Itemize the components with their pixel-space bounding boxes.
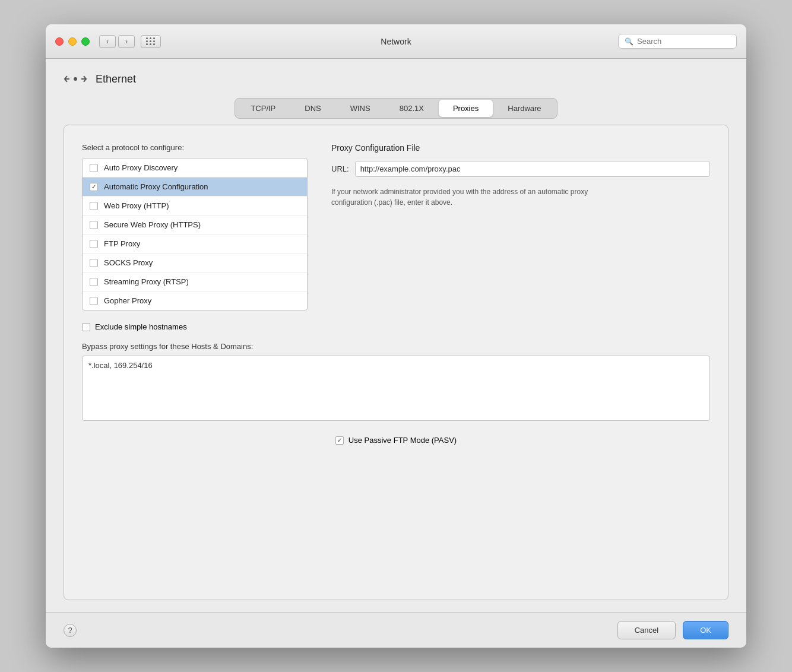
footer: ? Cancel OK — [46, 612, 746, 648]
exclude-label: Exclude simple hostnames — [95, 322, 187, 331]
url-input[interactable] — [355, 161, 710, 177]
checkbox-auto-proxy-discovery[interactable] — [90, 164, 98, 172]
checkbox-exclude-hostnames[interactable] — [82, 323, 90, 331]
window: ‹ › Network 🔍 — [46, 24, 746, 648]
traffic-lights — [55, 37, 90, 46]
nav-buttons: ‹ › — [99, 35, 161, 48]
protocol-list: Auto Proxy Discovery ✓ Automatic Proxy C… — [82, 158, 308, 310]
checkbox-gopher-proxy[interactable] — [90, 297, 98, 305]
url-label: URL: — [331, 164, 349, 173]
content-area: Ethernet TCP/IP DNS WINS 802.1X Proxies … — [46, 59, 746, 612]
protocol-label-socks-proxy: SOCKS Proxy — [104, 258, 153, 267]
proxy-config-title: Proxy Configuration File — [331, 143, 710, 153]
search-box: 🔍 — [618, 34, 737, 49]
checkbox-web-proxy[interactable] — [90, 202, 98, 210]
tab-wins[interactable]: WINS — [336, 100, 385, 117]
panel-inner: Select a protocol to configure: Auto Pro… — [82, 143, 710, 310]
protocol-label-streaming-proxy: Streaming Proxy (RTSP) — [104, 277, 189, 286]
protocol-item-web-proxy[interactable]: Web Proxy (HTTP) — [83, 196, 307, 215]
tab-tcpip[interactable]: TCP/IP — [236, 100, 290, 117]
checkbox-secure-web-proxy[interactable] — [90, 221, 98, 229]
protocol-label-secure-web-proxy: Secure Web Proxy (HTTPS) — [104, 220, 201, 229]
right-panel: Proxy Configuration File URL: If your ne… — [331, 143, 710, 310]
protocol-item-automatic-proxy-config[interactable]: ✓ Automatic Proxy Configuration — [83, 177, 307, 196]
search-icon: 🔍 — [625, 37, 633, 46]
forward-button[interactable]: › — [118, 35, 135, 48]
tab-proxies[interactable]: Proxies — [439, 100, 493, 117]
url-row: URL: — [331, 161, 710, 177]
protocol-item-secure-web-proxy[interactable]: Secure Web Proxy (HTTPS) — [83, 215, 307, 234]
proxy-description: If your network administrator provided y… — [331, 186, 616, 208]
protocol-label-web-proxy: Web Proxy (HTTP) — [104, 201, 169, 210]
tab-dns[interactable]: DNS — [290, 100, 335, 117]
bypass-section: Bypass proxy settings for these Hosts & … — [82, 342, 710, 423]
protocol-label-auto-proxy-discovery: Auto Proxy Discovery — [104, 163, 178, 172]
maximize-button[interactable] — [81, 37, 90, 46]
grid-view-button[interactable] — [141, 35, 161, 48]
protocol-item-socks-proxy[interactable]: SOCKS Proxy — [83, 253, 307, 272]
bypass-label: Bypass proxy settings for these Hosts & … — [82, 342, 710, 351]
ethernet-icon — [64, 71, 87, 87]
close-button[interactable] — [55, 37, 64, 46]
window-title: Network — [381, 37, 411, 46]
protocol-label-automatic-proxy-config: Automatic Proxy Configuration — [104, 182, 208, 191]
proxies-panel: Select a protocol to configure: Auto Pro… — [64, 125, 728, 600]
search-input[interactable] — [637, 37, 730, 46]
bottom-section: Exclude simple hostnames Bypass proxy se… — [82, 322, 710, 445]
titlebar: ‹ › Network 🔍 — [46, 24, 746, 59]
checkbox-automatic-proxy-config[interactable]: ✓ — [90, 183, 98, 191]
tab-hardware[interactable]: Hardware — [493, 100, 555, 117]
footer-left: ? — [64, 624, 77, 637]
panel-wrapper: Select a protocol to configure: Auto Pro… — [64, 125, 728, 600]
passive-ftp-row: ✓ Use Passive FTP Mode (PASV) — [82, 436, 710, 445]
protocol-item-auto-proxy-discovery[interactable]: Auto Proxy Discovery — [83, 159, 307, 177]
checkbox-passive-ftp[interactable]: ✓ — [335, 436, 344, 445]
checkbox-ftp-proxy[interactable] — [90, 240, 98, 248]
ethernet-header: Ethernet — [64, 71, 728, 87]
exclude-row: Exclude simple hostnames — [82, 322, 710, 331]
protocol-item-gopher-proxy[interactable]: Gopher Proxy — [83, 291, 307, 310]
left-panel: Select a protocol to configure: Auto Pro… — [82, 143, 308, 310]
checkbox-streaming-proxy[interactable] — [90, 278, 98, 286]
protocol-section-label: Select a protocol to configure: — [82, 143, 308, 152]
protocol-label-ftp-proxy: FTP Proxy — [104, 239, 140, 248]
tabs-container: TCP/IP DNS WINS 802.1X Proxies Hardware — [64, 98, 728, 119]
passive-ftp-label: Use Passive FTP Mode (PASV) — [349, 436, 457, 445]
back-button[interactable]: ‹ — [99, 35, 116, 48]
checkbox-socks-proxy[interactable] — [90, 259, 98, 267]
help-button[interactable]: ? — [64, 624, 77, 637]
svg-point-1 — [74, 77, 77, 81]
tabs: TCP/IP DNS WINS 802.1X Proxies Hardware — [235, 98, 557, 119]
protocol-item-ftp-proxy[interactable]: FTP Proxy — [83, 234, 307, 253]
tab-8021x[interactable]: 802.1X — [385, 100, 438, 117]
ok-button[interactable]: OK — [683, 621, 728, 639]
bypass-textarea[interactable]: *.local, 169.254/16 — [82, 356, 710, 421]
protocol-label-gopher-proxy: Gopher Proxy — [104, 296, 151, 305]
protocol-item-streaming-proxy[interactable]: Streaming Proxy (RTSP) — [83, 272, 307, 291]
minimize-button[interactable] — [68, 37, 77, 46]
ethernet-title: Ethernet — [96, 73, 136, 85]
cancel-button[interactable]: Cancel — [617, 621, 676, 639]
